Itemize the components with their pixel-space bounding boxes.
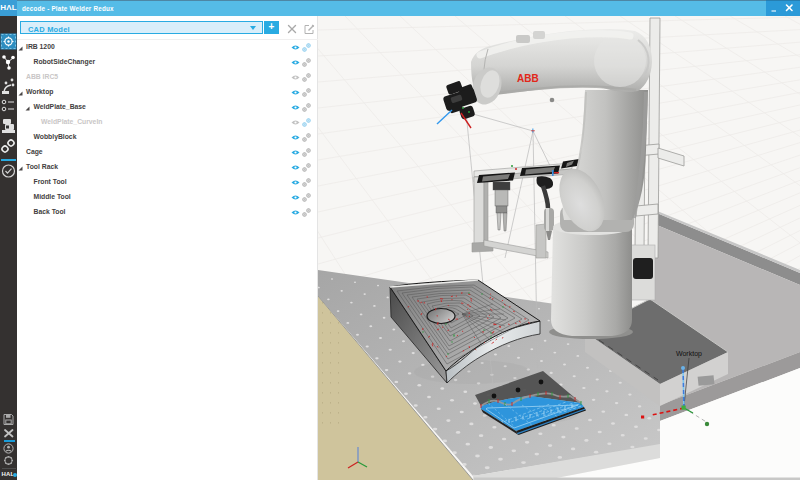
svg-text:Worktop: Worktop [676, 350, 702, 358]
svg-text:ABB: ABB [517, 73, 539, 84]
